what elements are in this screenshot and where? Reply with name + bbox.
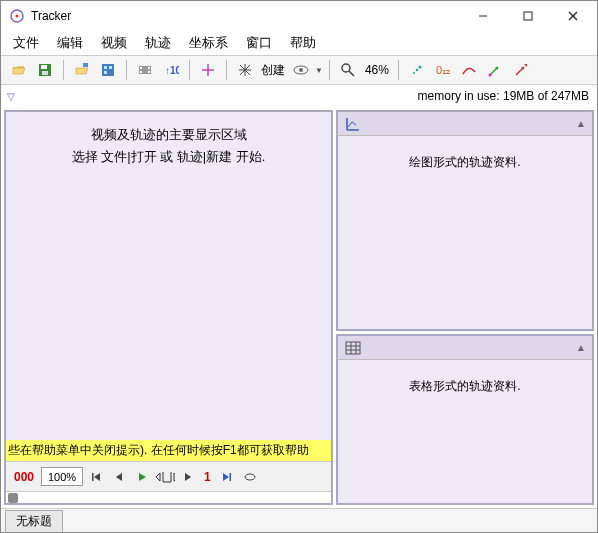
svg-marker-44 [156, 473, 160, 481]
maximize-button[interactable] [505, 2, 550, 30]
step-forward-icon[interactable] [178, 467, 198, 487]
labels-icon[interactable]: 0₁₂ [431, 58, 455, 82]
table-icon[interactable] [344, 339, 362, 357]
clip-range-icon[interactable] [155, 467, 175, 487]
axes-icon[interactable] [196, 58, 220, 82]
svg-rect-8 [42, 71, 48, 75]
zoom-icon[interactable] [336, 58, 360, 82]
minimize-button[interactable] [460, 2, 505, 30]
menu-file[interactable]: 文件 [5, 32, 47, 54]
status-bar: ▽ memory in use: 19MB of 247MB [1, 85, 597, 107]
svg-point-28 [342, 64, 350, 72]
svg-text:↑10: ↑10 [165, 65, 179, 76]
video-placeholder-line1: 视频及轨迹的主要显示区域 [91, 124, 247, 146]
path-icon[interactable] [457, 58, 481, 82]
plot-placeholder: 绘图形式的轨迹资料. [409, 154, 520, 171]
step-size: 1 [201, 470, 214, 484]
menu-edit[interactable]: 编辑 [49, 32, 91, 54]
memory-status: memory in use: 19MB of 247MB [418, 89, 589, 103]
svg-rect-10 [102, 64, 114, 76]
svg-marker-40 [94, 473, 100, 481]
calibration-icon[interactable]: ↑10 [159, 58, 183, 82]
svg-marker-49 [185, 473, 191, 481]
menu-video[interactable]: 视频 [93, 32, 135, 54]
collapse-plot-icon[interactable]: ▲ [576, 118, 586, 129]
frame-slider[interactable] [6, 491, 331, 503]
svg-rect-9 [83, 63, 88, 67]
eye-visibility-icon[interactable] [289, 58, 313, 82]
svg-marker-42 [116, 473, 122, 481]
table-placeholder: 表格形式的轨迹资料. [409, 378, 520, 395]
plot-area[interactable]: 绘图形式的轨迹资料. [338, 136, 592, 329]
svg-rect-18 [148, 71, 150, 73]
video-placeholder-line2: 选择 文件|打开 或 轨迹|新建 开始. [72, 146, 266, 168]
table-area[interactable]: 表格形式的轨迹资料. [338, 360, 592, 503]
svg-rect-7 [41, 65, 47, 69]
svg-rect-51 [229, 473, 231, 481]
zoom-level[interactable]: 46% [362, 63, 392, 77]
svg-point-31 [416, 69, 419, 72]
loop-icon[interactable] [240, 467, 260, 487]
rewind-icon[interactable] [86, 467, 106, 487]
window-title: Tracker [31, 9, 460, 23]
svg-rect-54 [346, 342, 360, 354]
svg-marker-43 [139, 473, 146, 481]
collapse-table-icon[interactable]: ▲ [576, 342, 586, 353]
app-icon [9, 8, 25, 24]
accel-icon[interactable] [509, 58, 533, 82]
plot-icon[interactable] [344, 115, 362, 133]
player-controls: 000 1 [6, 461, 331, 491]
velocity-icon[interactable] [483, 58, 507, 82]
create-sparkle-icon[interactable] [233, 58, 257, 82]
open-icon[interactable] [7, 58, 31, 82]
svg-point-30 [413, 72, 415, 74]
svg-point-32 [418, 65, 421, 68]
plot-panel: ▲ 绘图形式的轨迹资料. [336, 110, 594, 331]
svg-marker-45 [174, 473, 175, 481]
dropdown-arrow-icon[interactable]: ▼ [315, 66, 323, 75]
filmstrip-icon[interactable] [133, 58, 157, 82]
menu-help[interactable]: 帮助 [282, 32, 324, 54]
playback-rate-input[interactable] [41, 467, 83, 486]
trails-icon[interactable] [405, 58, 429, 82]
open-video-icon[interactable] [70, 58, 94, 82]
svg-rect-3 [524, 12, 532, 20]
play-icon[interactable] [132, 467, 152, 487]
menu-track[interactable]: 轨迹 [137, 32, 179, 54]
menu-coord[interactable]: 坐标系 [181, 32, 236, 54]
svg-text:0₁₂: 0₁₂ [436, 64, 450, 76]
video-display-area[interactable]: 视频及轨迹的主要显示区域 选择 文件|打开 或 轨迹|新建 开始. [6, 112, 331, 440]
svg-marker-39 [524, 64, 527, 67]
menu-bar: 文件 编辑 视频 轨迹 坐标系 窗口 帮助 [1, 31, 597, 55]
menu-window[interactable]: 窗口 [238, 32, 280, 54]
tab-bar: 无标题 [1, 508, 597, 532]
svg-point-36 [488, 74, 491, 77]
svg-line-29 [349, 71, 354, 76]
toolbar: ↑10 创建 ▼ 46% 0₁₂ [1, 55, 597, 85]
svg-rect-15 [140, 67, 142, 69]
svg-rect-13 [104, 71, 107, 74]
svg-rect-11 [104, 66, 107, 69]
video-panel: 视频及轨迹的主要显示区域 选择 文件|打开 或 轨迹|新建 开始. 些在帮助菜单… [4, 110, 333, 505]
svg-rect-12 [109, 66, 112, 69]
step-back-icon[interactable] [109, 467, 129, 487]
svg-rect-16 [140, 71, 142, 73]
svg-rect-17 [148, 67, 150, 69]
svg-point-27 [299, 68, 303, 72]
close-button[interactable] [550, 2, 595, 30]
fast-forward-icon[interactable] [217, 467, 237, 487]
notes-toggle-icon[interactable]: ▽ [7, 91, 15, 102]
svg-point-1 [16, 15, 19, 18]
tab-untitled[interactable]: 无标题 [5, 510, 63, 532]
clip-settings-icon[interactable] [96, 58, 120, 82]
table-panel: ▲ 表格形式的轨迹资料. [336, 334, 594, 505]
svg-marker-50 [223, 473, 229, 481]
save-icon[interactable] [33, 58, 57, 82]
hint-bar: 些在帮助菜单中关闭提示). 在任何时候按F1都可获取帮助 [6, 440, 331, 461]
create-button[interactable]: 创建 [259, 62, 287, 79]
slider-thumb-icon[interactable] [8, 493, 18, 503]
frame-number: 000 [10, 470, 38, 484]
title-bar: Tracker [1, 1, 597, 31]
svg-rect-41 [92, 473, 94, 481]
